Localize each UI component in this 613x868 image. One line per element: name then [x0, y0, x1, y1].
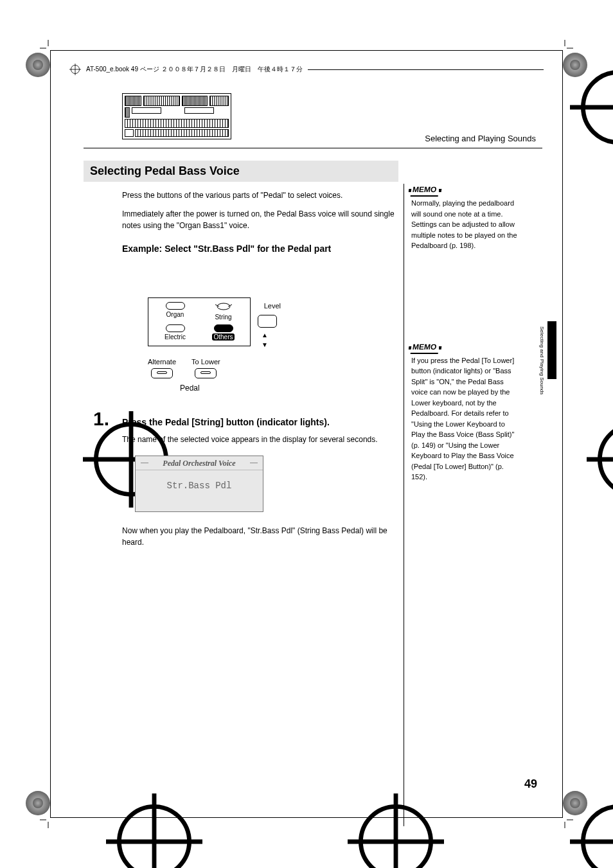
step-after-text: Now when you play the Pedalboard, "Str.B… [122, 525, 398, 548]
rule-line [308, 69, 544, 70]
pedal-panel-diagram: 1 Organ String Electric Others Level ▲▼ [148, 297, 315, 346]
others-button: Others [202, 324, 245, 341]
thumb-tab [547, 321, 556, 379]
step-body: The name of the selected voice appears i… [122, 434, 398, 445]
button-label: String [215, 314, 231, 321]
electric-button: Electric [154, 324, 197, 341]
button-label: Others [212, 333, 234, 341]
step-number: 1. [84, 408, 109, 430]
breadcrumb: Selecting and Playing Sounds [425, 134, 536, 143]
memo-text: Normally, playing the pedalboard will so… [411, 198, 520, 251]
registration-target-icon [35, 411, 49, 425]
header-rule [84, 148, 542, 148]
vertical-rule [404, 184, 404, 826]
pedal-label: Pedal [180, 384, 398, 393]
registration-target-icon [69, 64, 81, 75]
page-number: 49 [524, 777, 537, 791]
level-button [258, 315, 277, 328]
alternate-button: Alternate [148, 358, 176, 378]
registration-target-icon [58, 793, 72, 808]
memo-block: MEMO Normally, playing the pedalboard wi… [411, 184, 520, 251]
to-lower-button: To Lower [191, 358, 220, 378]
memo-label-icon: MEMO [411, 184, 440, 197]
keyboard-diagram-icon [122, 93, 231, 139]
memo-block: MEMO If you press the Pedal [To Lower] b… [411, 341, 520, 483]
registration-target-icon [299, 793, 314, 808]
memo-text: If you press the Pedal [To Lower] button… [411, 355, 520, 483]
lcd-display: Pedal Orchestral Voice Str.Bass Pdl [135, 456, 263, 512]
example-heading: Example: Select "Str.Bass Pdl" for the P… [122, 244, 398, 254]
button-label: Electric [164, 333, 186, 341]
page-content: Selecting and Playing Sounds Selecting P… [84, 90, 542, 791]
section-title: Selecting Pedal Bass Voice [84, 161, 398, 182]
organ-button: Organ [154, 302, 197, 321]
side-column: MEMO Normally, playing the pedalboard wi… [411, 184, 520, 572]
main-column: Selecting Pedal Bass Voice Press the but… [84, 161, 398, 548]
book-header-line: AT-500_e.book 49 ページ ２００８年７月２８日 月曜日 午後４時… [69, 64, 544, 75]
display-header: Pedal Orchestral Voice [136, 456, 263, 470]
string-button: String [202, 302, 245, 321]
paragraph: Press the buttons of the various parts o… [122, 190, 398, 202]
step-row: 1. Press the Pedal [String] button (indi… [84, 408, 398, 430]
button-label: Alternate [148, 358, 176, 366]
level-label: Level [264, 302, 281, 310]
step-title: Press the Pedal [String] button (indicat… [122, 417, 330, 427]
paragraph: Immediately after the power is turned on… [122, 208, 398, 232]
panel-box: Organ String Electric Others Level ▲▼ [148, 297, 251, 346]
side-vertical-text: Selecting and Playing Sounds [539, 326, 545, 394]
book-header-text: AT-500_e.book 49 ページ ２００８年７月２８日 月曜日 午後４時… [86, 65, 303, 74]
level-arrows-icon: ▲▼ [262, 332, 268, 348]
lower-button-row: Alternate To Lower [148, 358, 398, 378]
registration-target-icon [522, 793, 536, 808]
button-label: To Lower [191, 358, 220, 366]
button-label: Organ [166, 311, 184, 318]
display-value: Str.Bass Pdl [136, 481, 263, 491]
registration-dot-icon [26, 53, 50, 77]
registration-dot-icon [26, 791, 50, 815]
memo-label-icon: MEMO [411, 341, 440, 354]
